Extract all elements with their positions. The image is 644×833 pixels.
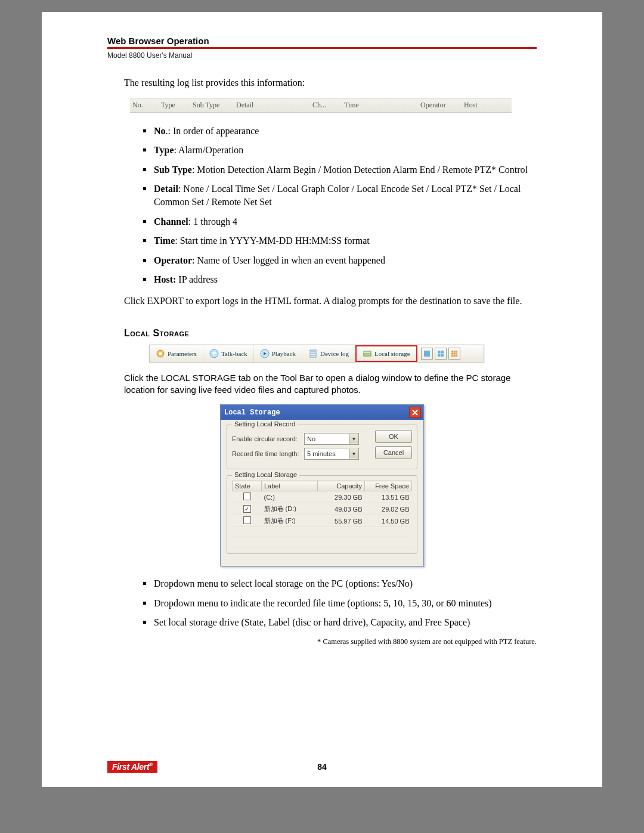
local-storage-dialog: Local Storage Setting Local Record Enabl… (220, 404, 424, 566)
dialog-title: Local Storage (224, 408, 280, 417)
toolbar-layout-buttons (417, 348, 464, 360)
layout-4up-button[interactable] (435, 348, 447, 360)
col-subtype: Sub Type (190, 101, 234, 110)
dialog-body: Setting Local Record Enable circular rec… (221, 420, 423, 566)
localstorage-icon (363, 349, 372, 358)
playback-icon (260, 349, 270, 358)
options-list: Dropdown menu to select local storage on… (143, 577, 537, 629)
export-paragraph: Click EXPORT to export logs in the HTML … (124, 295, 537, 308)
toolbar-label: Parameters (168, 350, 197, 357)
th-label: Label (262, 481, 318, 491)
svg-rect-10 (424, 351, 430, 357)
record-length-select[interactable]: 5 minutes ▼ (304, 448, 359, 460)
manual-name: Model 8800 User's Manual (107, 51, 537, 60)
layout-1up-button[interactable] (421, 348, 433, 360)
local-storage-paragraph: Click the LOCAL STORAGE tab on the Tool … (124, 372, 537, 397)
document-page: Web Browser Operation Model 8800 User's … (42, 12, 602, 787)
table-row (233, 537, 412, 547)
list-item: Channel: 1 through 4 (143, 215, 537, 228)
page-number: 84 (317, 762, 327, 772)
definition-list: No.: In order of appearance Type: Alarm/… (143, 125, 537, 286)
def-text: : None / Local Time Set / Local Graph Co… (154, 184, 521, 207)
drive-capacity: 29.30 GB (318, 491, 365, 503)
chevron-down-icon: ▼ (349, 434, 358, 444)
dialog-titlebar: Local Storage (221, 405, 423, 420)
svg-rect-19 (453, 352, 455, 354)
drive-label: (C:) (262, 491, 318, 503)
toolbar-localstorage[interactable]: Local storage (355, 345, 417, 362)
drive-checkbox[interactable] (243, 493, 251, 500)
table-row: (C:) 29.30 GB 13.51 GB (233, 491, 412, 503)
group-legend: Setting Local Storage (232, 471, 299, 478)
enable-circular-select[interactable]: No ▼ (304, 433, 359, 445)
ok-button[interactable]: OK (375, 430, 412, 443)
svg-rect-20 (456, 352, 457, 354)
toolbar-playback[interactable]: Playback (254, 345, 302, 362)
def-label: Type (154, 145, 174, 155)
def-label: No (154, 126, 166, 136)
def-text: : Alarm/Operation (174, 145, 243, 155)
col-operator: Operator (418, 101, 462, 110)
first-alert-logo: First Alert® (107, 761, 157, 773)
chevron-down-icon: ▼ (349, 449, 358, 459)
table-row (233, 527, 412, 537)
select-value: No (307, 435, 315, 442)
def-label: Time (154, 236, 175, 246)
rule (107, 47, 537, 49)
list-item: Detail: None / Local Time Set / Local Gr… (143, 182, 537, 208)
drive-capacity: 49.03 GB (318, 503, 365, 515)
th-state: State (233, 481, 262, 491)
svg-rect-15 (451, 351, 453, 352)
def-label: Detail (154, 184, 178, 194)
close-button[interactable] (409, 407, 421, 418)
list-item: Time: Start time in YYYY-MM-DD HH:MM:SS … (143, 234, 537, 247)
col-host: Host (462, 101, 502, 110)
drive-label: 新加卷 (D:) (262, 503, 318, 515)
drive-free: 29.02 GB (365, 503, 412, 515)
talkback-icon (209, 349, 219, 358)
toolbar-parameters[interactable]: Parameters (150, 345, 203, 362)
def-text: .: In order of appearance (166, 126, 259, 136)
group-legend: Setting Local Record (232, 420, 298, 428)
svg-rect-18 (451, 352, 453, 354)
list-item: Type: Alarm/Operation (143, 144, 537, 157)
th-free: Free Space (365, 481, 412, 491)
def-text: : Name of User logged in when an event h… (192, 255, 385, 265)
list-item: Dropdown menu to select local storage on… (143, 577, 537, 590)
def-text: : 1 through 4 (188, 216, 237, 227)
toolbar-devicelog[interactable]: Device log (302, 345, 355, 362)
layout-9up-button[interactable] (448, 348, 460, 360)
toolbar-label: Playback (272, 350, 296, 357)
close-icon (412, 410, 418, 416)
record-length-label: Record file time length: (232, 450, 301, 457)
svg-rect-16 (453, 351, 455, 352)
drive-checkbox[interactable] (243, 516, 251, 524)
list-item: No.: In order of appearance (143, 125, 537, 138)
svg-rect-11 (438, 351, 441, 354)
drive-label: 新加卷 (F:) (262, 515, 318, 527)
enable-circular-label: Enable circular record: (232, 435, 301, 442)
svg-rect-22 (453, 355, 455, 357)
intro-text: The resulting log list provides this inf… (124, 76, 537, 89)
devicelog-icon (308, 349, 318, 358)
list-item: Sub Type: Motion Detection Alarm Begin /… (143, 163, 537, 176)
def-text: IP address (176, 274, 218, 284)
col-detail: Detail (234, 101, 310, 110)
table-row: 新加卷 (F:) 55.97 GB 14.50 GB (233, 515, 412, 527)
select-value: 5 minutes (307, 450, 336, 457)
drive-free: 14.50 GB (365, 515, 412, 527)
svg-rect-13 (438, 354, 441, 357)
local-storage-heading: Local Storage (124, 328, 537, 339)
svg-rect-14 (441, 354, 444, 357)
list-item: Operator: Name of User logged in when an… (143, 254, 537, 267)
th-capacity: Capacity (318, 481, 365, 491)
def-label: Channel (154, 216, 188, 227)
col-channel: Ch... (310, 101, 342, 110)
toolbar-talkback[interactable]: Talk-back (203, 345, 254, 362)
setting-local-storage-group: Setting Local Storage State Label Capaci… (227, 475, 417, 554)
toolbar-label: Local storage (374, 350, 410, 357)
drive-free: 13.51 GB (365, 491, 412, 503)
svg-rect-12 (441, 351, 444, 354)
cancel-button[interactable]: Cancel (375, 446, 412, 459)
drive-checkbox[interactable]: ✓ (243, 505, 251, 513)
